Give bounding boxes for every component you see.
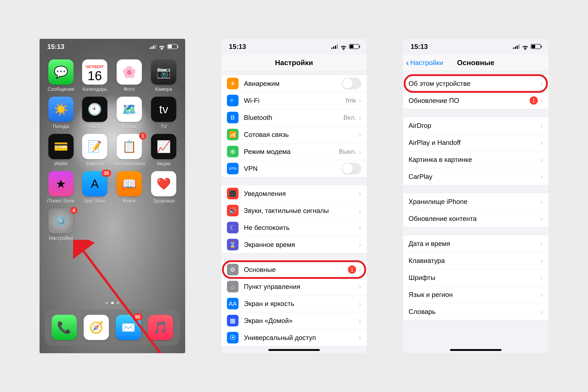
app-maps[interactable]: 🗺️Карты: [114, 97, 145, 129]
settings-icon: ⚙️: [48, 208, 74, 234]
app-itunes[interactable]: ★iTunes Store: [46, 171, 76, 204]
app-label: Напоминания: [114, 161, 145, 166]
app-reminders[interactable]: 1📋Напоминания: [114, 134, 145, 166]
screentime-icon: ⌛: [227, 239, 238, 250]
row-airplay[interactable]: AirPlay и Handoff›: [403, 134, 548, 151]
row-notifications[interactable]: ⬛Уведомления›: [221, 185, 367, 202]
badge: 4: [70, 207, 78, 214]
nav-bar: ‹ Настройки Основные: [403, 54, 548, 71]
sounds-icon: 🔊: [227, 205, 238, 216]
status-time: 15:13: [229, 43, 246, 50]
row-airplane[interactable]: ✈︎Авиарежим: [221, 75, 367, 92]
row-about[interactable]: Об этом устройстве›: [403, 75, 548, 92]
accessibility-icon: ⦿: [227, 332, 238, 344]
app-label: iTunes Store: [47, 198, 75, 204]
row-dict[interactable]: Словарь›: [403, 303, 548, 320]
row-label: Не беспокоить: [244, 224, 359, 232]
chevron-right-icon: ›: [540, 138, 543, 147]
app-label: Камера: [155, 86, 172, 92]
row-accessibility[interactable]: ⦿Универсальный доступ›: [221, 329, 367, 346]
row-lang[interactable]: Язык и регион›: [403, 286, 548, 303]
row-swupdate[interactable]: Обновление ПО1›: [403, 92, 548, 109]
settings-list: ✈︎АвиарежимᯤWi-Fifmk›BBluetoothВкл.›📶Сот…: [221, 75, 367, 346]
row-display[interactable]: AAЭкран и яркость›: [221, 295, 367, 312]
app-calendar[interactable]: Четверг16Календарь: [80, 60, 110, 92]
app-settings[interactable]: 4⚙️Настройки: [46, 208, 76, 241]
chevron-right-icon: ›: [540, 156, 543, 164]
row-storage[interactable]: Хранилище iPhone›: [403, 193, 548, 210]
wifi-icon: [522, 44, 528, 49]
app-safari[interactable]: 🧭: [84, 315, 109, 340]
nav-back-label: Настройки: [410, 59, 443, 66]
app-mail[interactable]: 95✉️: [116, 315, 141, 340]
app-label: Погода: [53, 124, 69, 129]
toggle-airplane[interactable]: [342, 78, 361, 89]
app-appstore[interactable]: 35AApp Store: [80, 171, 110, 204]
screen-home: 15:13 💬СообщенияЧетверг16Календарь🌸Фото📷…: [40, 39, 185, 353]
status-indicators: [150, 44, 178, 49]
row-homescreen[interactable]: ▦Экран «Домой»›: [221, 312, 367, 329]
hotspot-icon: ⊕: [227, 146, 238, 157]
app-weather[interactable]: ☀️Погода: [46, 97, 76, 129]
home-indicator[interactable]: [450, 349, 502, 351]
app-health[interactable]: ❤️Здоровье: [149, 171, 178, 204]
row-keyboard[interactable]: Клавиатура›: [403, 252, 548, 269]
row-badge: 1: [530, 96, 538, 105]
photos-icon: 🌸: [116, 60, 142, 85]
battery-icon: [349, 44, 359, 49]
badge: 1: [139, 132, 146, 140]
app-messages[interactable]: 💬Сообщения: [46, 60, 76, 92]
row-cellular[interactable]: 📶Сотовая связь›: [221, 126, 367, 143]
row-sounds[interactable]: 🔊Звуки, тактильные сигналы›: [221, 202, 367, 219]
chevron-right-icon: ›: [359, 96, 361, 105]
row-screentime[interactable]: ⌛Экранное время›: [221, 236, 367, 253]
home-indicator[interactable]: [268, 349, 320, 351]
row-label: Звуки, тактильные сигналы: [244, 207, 359, 214]
battery-icon: [168, 44, 178, 49]
screen-settings: 15:13 Настройки ✈︎АвиарежимᯤWi-Fifmk›BBl…: [221, 39, 367, 353]
badge: 35: [102, 170, 111, 177]
notifications-icon: ⬛: [227, 188, 238, 199]
app-phone[interactable]: 📞: [52, 315, 77, 340]
safari-icon: 🧭: [84, 315, 109, 340]
row-label: Обновление ПО: [408, 97, 530, 104]
row-wifi[interactable]: ᯤWi-Fifmk›: [221, 92, 367, 109]
chevron-right-icon: ›: [540, 308, 543, 316]
nav-title: Настройки: [275, 58, 313, 67]
row-bluetooth[interactable]: BBluetoothВкл.›: [221, 109, 367, 126]
row-fonts[interactable]: Шрифты›: [403, 269, 548, 286]
app-label: Сообщения: [48, 86, 74, 92]
status-indicators: [331, 44, 359, 49]
row-control-center[interactable]: ⌂Пункт управления›: [221, 278, 367, 295]
camera-icon: 📷: [151, 60, 176, 85]
row-label: Сотовая связь: [244, 131, 359, 138]
row-bgapp[interactable]: Обновление контента›: [403, 210, 548, 227]
row-airdrop[interactable]: AirDrop›: [403, 117, 548, 134]
row-hotspot[interactable]: ⊕Режим модемаВыкл.›: [221, 143, 367, 160]
app-camera[interactable]: 📷Камера: [149, 60, 178, 92]
row-label: Основные: [244, 266, 348, 274]
signal-icon: [331, 44, 338, 49]
row-value: Вкл.: [344, 114, 356, 121]
app-stocks[interactable]: 📈Акции: [149, 134, 178, 166]
row-pip[interactable]: Картинка в картинке›: [403, 151, 548, 168]
app-books[interactable]: 📖Книги: [114, 171, 145, 204]
app-clock[interactable]: 🕙Часы: [80, 97, 110, 129]
row-dnd[interactable]: ☾Не беспокоить›: [221, 219, 367, 236]
display-icon: AA: [227, 298, 238, 310]
app-tv[interactable]: tvTV: [149, 97, 178, 129]
row-date[interactable]: Дата и время›: [403, 235, 548, 252]
control-center-icon: ⌂: [227, 281, 238, 292]
toggle-vpn[interactable]: [342, 163, 361, 174]
row-label: Словарь: [408, 308, 540, 316]
row-carplay[interactable]: CarPlay›: [403, 168, 548, 185]
app-wallet[interactable]: 💳Wallet: [46, 134, 76, 166]
row-general[interactable]: ⚙︎Основные1›: [221, 261, 367, 278]
notes-icon: 📝: [82, 134, 107, 159]
app-music[interactable]: 🎵: [148, 315, 173, 340]
app-notes[interactable]: 📝Заметки: [80, 134, 110, 166]
nav-back-button[interactable]: ‹ Настройки: [406, 59, 443, 66]
row-vpn[interactable]: VPNVPN: [221, 160, 367, 177]
page-indicator[interactable]: [40, 302, 185, 304]
app-photos[interactable]: 🌸Фото: [114, 60, 145, 92]
